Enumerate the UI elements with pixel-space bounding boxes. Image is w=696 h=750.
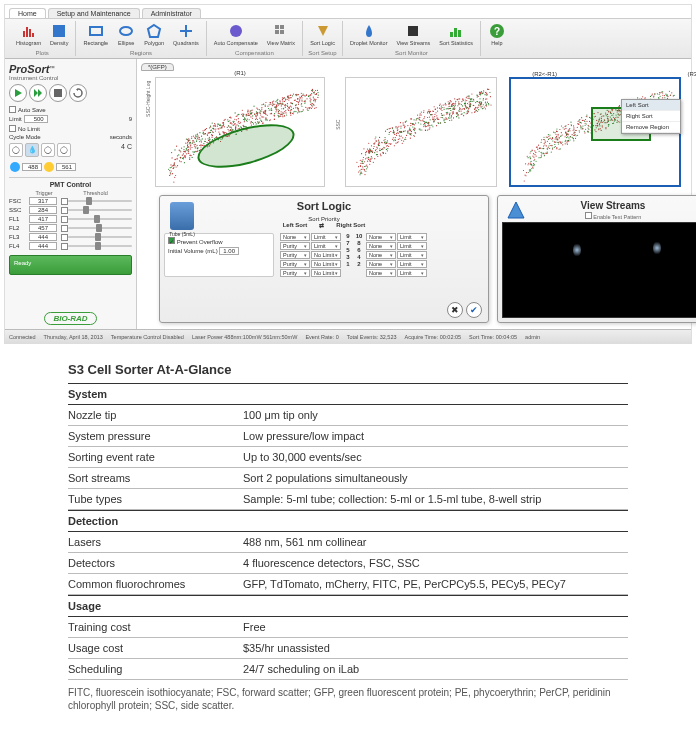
svg-point-1200	[428, 111, 429, 112]
svg-point-861	[394, 145, 395, 146]
autosave-checkbox[interactable]	[9, 106, 16, 113]
left-limit-2[interactable]: No Limit	[311, 251, 341, 259]
svg-point-1043	[449, 106, 450, 107]
tab-setup[interactable]: Setup and Maintenance	[48, 8, 140, 18]
pmt-trigger-FL4[interactable]	[61, 243, 68, 250]
play-button[interactable]	[9, 84, 27, 102]
test-pattern-checkbox[interactable]	[585, 212, 592, 219]
stop-button[interactable]	[49, 84, 67, 102]
svg-point-389	[224, 120, 225, 121]
svg-point-991	[374, 158, 375, 159]
density-button[interactable]: Density	[47, 21, 71, 48]
svg-point-507	[232, 121, 233, 122]
quadrants-button[interactable]: Quadrants	[170, 21, 202, 48]
scatter-plot-2[interactable]: SSC	[345, 77, 497, 187]
pmt-slider-FL3[interactable]	[68, 234, 132, 240]
sort-statistics-button[interactable]: Sort Statistics	[436, 21, 476, 48]
overflow-checkbox[interactable]: ✓	[168, 237, 175, 244]
svg-point-1267	[452, 113, 453, 114]
pmt-trigger-SSC[interactable]	[61, 207, 68, 214]
workspace-tab[interactable]: *(GFP)	[141, 63, 174, 71]
left-mode-3[interactable]: Purity	[280, 260, 310, 268]
fast-forward-button[interactable]	[29, 84, 47, 102]
pmt-trigger-FL1[interactable]	[61, 216, 68, 223]
limit-input[interactable]: 500	[24, 115, 48, 123]
ctx-right-sort[interactable]: Right Sort	[622, 111, 680, 122]
svg-point-956	[402, 137, 403, 138]
right-limit-4[interactable]: Limit	[397, 269, 427, 277]
pmt-value-FL4[interactable]: 444	[29, 242, 57, 250]
svg-point-942	[390, 128, 391, 129]
left-limit-1[interactable]: Limit	[311, 242, 341, 250]
left-mode-2[interactable]: Purity	[280, 251, 310, 259]
tab-admin[interactable]: Administrator	[142, 8, 201, 18]
svg-point-469	[257, 121, 258, 122]
cycle-btn-2[interactable]: 💧	[25, 143, 39, 157]
rectangle-button[interactable]: Rectangle	[80, 21, 111, 48]
svg-point-486	[307, 110, 308, 111]
histogram-button[interactable]: Histogram	[13, 21, 44, 48]
cycle-btn-4[interactable]: ◯	[57, 143, 71, 157]
help-button[interactable]: ?Help	[485, 21, 509, 48]
scatter-plot-1[interactable]: (R1) SSC-Height Log	[155, 77, 325, 187]
droplet-monitor-button[interactable]: Droplet Monitor	[347, 21, 391, 48]
right-mode-4[interactable]: None	[366, 269, 396, 277]
polygon-button[interactable]: Polygon	[141, 21, 167, 48]
pmt-slider-SSC[interactable]	[68, 207, 132, 213]
init-vol-input[interactable]: 1.00	[219, 247, 239, 255]
pmt-value-FL1[interactable]: 417	[29, 215, 57, 223]
ellipse-button[interactable]: Ellipse	[114, 21, 138, 48]
svg-point-1326	[423, 121, 424, 122]
pmt-trigger-FL3[interactable]	[61, 234, 68, 241]
left-mode-0[interactable]: None	[280, 233, 310, 241]
right-limit-3[interactable]: Limit	[397, 260, 427, 268]
svg-point-354	[229, 120, 230, 121]
laser-561-value[interactable]: 561	[56, 163, 76, 171]
pmt-trigger-FL2[interactable]	[61, 225, 68, 232]
cycle-btn-3[interactable]: ◯	[41, 143, 55, 157]
svg-point-1195	[451, 105, 452, 106]
pmt-slider-FSC[interactable]	[68, 198, 132, 204]
auto-compensate-button[interactable]: Auto Compensate	[211, 21, 261, 48]
right-limit-1[interactable]: Limit	[397, 242, 427, 250]
view-matrix-button[interactable]: View Matrix	[264, 21, 298, 48]
ctx-remove-region[interactable]: Remove Region	[622, 122, 680, 133]
left-mode-4[interactable]: Purity	[280, 269, 310, 277]
nolimit-checkbox[interactable]	[9, 125, 16, 132]
pmt-value-FSC[interactable]: 317	[29, 197, 57, 205]
pmt-trigger-FSC[interactable]	[61, 198, 68, 205]
svg-point-639	[253, 123, 254, 124]
view-streams-button[interactable]: View Streams	[394, 21, 434, 48]
svg-point-255	[191, 136, 192, 137]
workspace: *(GFP) (R1) SSC-Height Log SSC (R2<-R1) …	[137, 59, 691, 329]
sort-ok-button[interactable]: ✔	[466, 302, 482, 318]
left-limit-3[interactable]: No Limit	[311, 260, 341, 268]
pmt-value-SSC[interactable]: 284	[29, 206, 57, 214]
pmt-slider-FL4[interactable]	[68, 243, 132, 249]
pmt-slider-FL1[interactable]	[68, 216, 132, 222]
left-limit-0[interactable]: Limit	[311, 233, 341, 241]
svg-point-1211	[451, 117, 452, 118]
right-mode-3[interactable]: None	[366, 260, 396, 268]
left-limit-4[interactable]: No Limit	[311, 269, 341, 277]
cycle-btn-1[interactable]: ◯	[9, 143, 23, 157]
sort-logic-button[interactable]: Sort Logic	[307, 21, 338, 48]
ctx-left-sort[interactable]: Left Sort	[622, 100, 680, 111]
sort-cancel-button[interactable]: ✖	[447, 302, 463, 318]
laser-488-value[interactable]: 488	[22, 163, 42, 171]
right-limit-0[interactable]: Limit	[397, 233, 427, 241]
left-mode-1[interactable]: Purity	[280, 242, 310, 250]
svg-point-827	[406, 120, 407, 121]
right-limit-2[interactable]: Limit	[397, 251, 427, 259]
refresh-button[interactable]	[69, 84, 87, 102]
tab-home[interactable]: Home	[9, 8, 46, 18]
right-mode-2[interactable]: None	[366, 251, 396, 259]
pmt-value-FL2[interactable]: 457	[29, 224, 57, 232]
right-mode-1[interactable]: None	[366, 242, 396, 250]
pmt-slider-FL2[interactable]	[68, 225, 132, 231]
right-mode-0[interactable]: None	[366, 233, 396, 241]
pmt-value-FL3[interactable]: 444	[29, 233, 57, 241]
scatter-plot-3[interactable]: (R2<-R1) (R3<-R Left Sort Right Sort Rem…	[509, 77, 681, 187]
svg-point-601	[179, 160, 180, 161]
svg-point-774	[473, 100, 474, 101]
